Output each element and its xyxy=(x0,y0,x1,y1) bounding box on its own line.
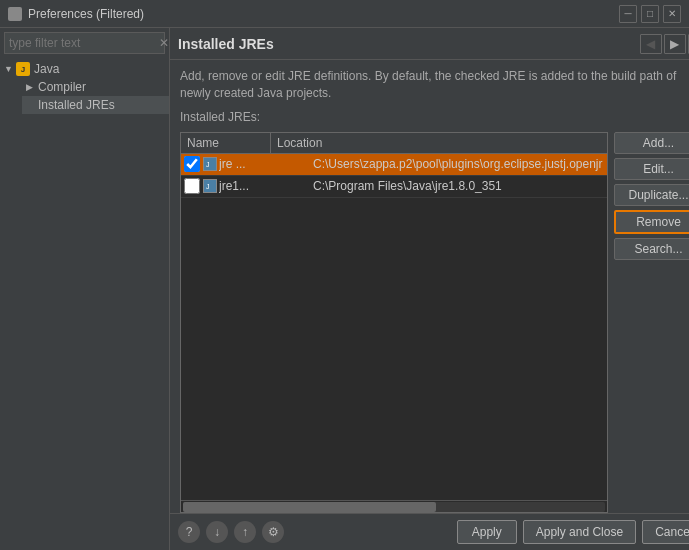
sidebar-item-java[interactable]: ▼ J Java xyxy=(0,60,169,78)
nav-back-button[interactable]: ◀ xyxy=(640,34,662,54)
jre-table: Name Location J xyxy=(180,132,608,513)
settings-icon[interactable]: ⚙ xyxy=(262,521,284,543)
sidebar-item-installed-jres[interactable]: Installed JREs xyxy=(22,96,169,114)
compiler-label: Compiler xyxy=(38,80,86,94)
jre-name-1: jre ... xyxy=(219,157,309,171)
svg-text:J: J xyxy=(206,183,210,190)
main-layout: ✕ ▼ J Java ▶ Compiler Installed JREs xyxy=(0,28,689,550)
content-area: Installed JREs ◀ ▶ ⋮ Add, remove or edit… xyxy=(170,28,689,550)
jres-label: Installed JREs: xyxy=(180,110,260,124)
filter-input[interactable] xyxy=(9,36,159,50)
java-subtree: ▶ Compiler Installed JREs xyxy=(0,78,169,114)
content-title: Installed JREs xyxy=(178,36,274,52)
restore-button[interactable]: □ xyxy=(641,5,659,23)
jres-section: Installed JREs: Name Location xyxy=(170,110,689,513)
jre-location-2: C:\Program Files\Java\jre1.8.0_351 xyxy=(309,179,607,193)
bottom-bar: ? ↓ ↑ ⚙ Apply Apply and Close Cancel xyxy=(170,513,689,550)
search-button[interactable]: Search... xyxy=(614,238,690,260)
jres-container: Name Location J xyxy=(180,132,689,513)
jre-icon-2: J xyxy=(203,179,217,193)
table-row[interactable]: J jre1... C:\Program Files\Java\jre1.8.0… xyxy=(181,176,607,198)
app-icon xyxy=(8,7,22,21)
java-icon: J xyxy=(16,62,30,76)
table-row[interactable]: J jre ... C:\Users\zappa.p2\pool\plugins… xyxy=(181,154,607,176)
jre-scrollbar[interactable] xyxy=(181,500,607,512)
java-label: Java xyxy=(34,62,59,76)
add-button[interactable]: Add... xyxy=(614,132,690,154)
export-icon[interactable]: ↑ xyxy=(234,521,256,543)
window-title: Preferences (Filtered) xyxy=(28,7,144,21)
bottom-right-buttons: Apply Apply and Close Cancel xyxy=(457,520,689,544)
jre-table-header: Name Location xyxy=(181,133,607,154)
minimize-button[interactable]: ─ xyxy=(619,5,637,23)
title-bar-left: Preferences (Filtered) xyxy=(8,7,144,21)
jre-table-body: J jre ... C:\Users\zappa.p2\pool\plugins… xyxy=(181,154,607,500)
scrollbar-track xyxy=(183,502,605,512)
cancel-button[interactable]: Cancel xyxy=(642,520,689,544)
tree-area: ▼ J Java ▶ Compiler Installed JREs xyxy=(0,58,169,550)
jre-checkbox-1[interactable] xyxy=(184,156,200,172)
filter-clear-icon[interactable]: ✕ xyxy=(159,37,169,49)
nav-buttons: ◀ ▶ ⋮ xyxy=(640,34,690,54)
title-bar: Preferences (Filtered) ─ □ ✕ xyxy=(0,0,689,28)
jre-name-2: jre1... xyxy=(219,179,309,193)
jre-icon-1: J xyxy=(203,157,217,171)
java-expand-icon: ▼ xyxy=(4,64,14,74)
filter-box[interactable]: ✕ xyxy=(4,32,165,54)
apply-button[interactable]: Apply xyxy=(457,520,517,544)
description-text: Add, remove or edit JRE definitions. By … xyxy=(170,60,689,110)
compiler-expand-icon: ▶ xyxy=(26,82,36,92)
bottom-left-icons: ? ↓ ↑ ⚙ xyxy=(178,521,284,543)
content-header: Installed JREs ◀ ▶ ⋮ xyxy=(170,28,689,60)
duplicate-button[interactable]: Duplicate... xyxy=(614,184,690,206)
col-location-header: Location xyxy=(271,133,607,153)
apply-close-button[interactable]: Apply and Close xyxy=(523,520,636,544)
installed-jres-label: Installed JREs xyxy=(38,98,115,112)
jre-checkbox-2[interactable] xyxy=(184,178,200,194)
remove-button[interactable]: Remove xyxy=(614,210,690,234)
close-button[interactable]: ✕ xyxy=(663,5,681,23)
nav-forward-button[interactable]: ▶ xyxy=(664,34,686,54)
help-icon[interactable]: ? xyxy=(178,521,200,543)
svg-text:J: J xyxy=(206,161,210,168)
col-name-header: Name xyxy=(181,133,271,153)
scrollbar-thumb xyxy=(183,502,436,512)
import-icon[interactable]: ↓ xyxy=(206,521,228,543)
edit-button[interactable]: Edit... xyxy=(614,158,690,180)
jre-location-1: C:\Users\zappa.p2\pool\plugins\org.eclip… xyxy=(309,157,607,171)
sidebar: ✕ ▼ J Java ▶ Compiler Installed JREs xyxy=(0,28,170,550)
title-bar-controls: ─ □ ✕ xyxy=(619,5,681,23)
jres-sub-label: Installed JREs: xyxy=(180,110,689,128)
sidebar-item-compiler[interactable]: ▶ Compiler xyxy=(22,78,169,96)
jre-action-buttons: Add... Edit... Duplicate... Remove Searc… xyxy=(614,132,690,513)
